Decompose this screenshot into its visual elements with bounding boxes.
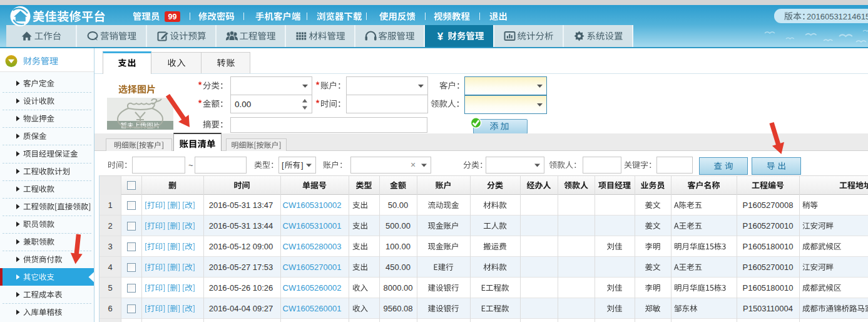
svg-text:]: ] (301, 160, 304, 170)
svg-text:P1605270010: P1605270010 (743, 221, 794, 231)
svg-text:6: 6 (108, 304, 112, 313)
svg-text:2: 2 (108, 221, 112, 231)
svg-text:1: 1 (108, 200, 112, 210)
svg-text:CW1605310002: CW1605310002 (283, 200, 342, 210)
svg-text:99: 99 (168, 13, 177, 21)
svg-text:100.00: 100.00 (385, 242, 411, 251)
svg-text:20160531214615: 20160531214615 (807, 12, 868, 21)
svg-text:2016-05-26 10:26: 2016-05-26 10:26 (209, 283, 273, 293)
svg-text:¥: ¥ (437, 31, 444, 43)
svg-text:CW1605260002: CW1605260002 (283, 283, 342, 293)
svg-text:P1605270010: P1605270010 (743, 262, 794, 272)
svg-text:8000.00: 8000.00 (384, 283, 413, 293)
svg-text:3: 3 (108, 242, 112, 251)
svg-text:2016-04-04 09:27: 2016-04-04 09:27 (209, 304, 273, 313)
svg-text:P1605270008: P1605270008 (743, 200, 794, 210)
svg-text:50.00: 50.00 (388, 200, 409, 210)
svg-text:2016-05-31 13:44: 2016-05-31 13:44 (209, 221, 273, 231)
svg-text:0.00: 0.00 (235, 100, 251, 109)
svg-text:2016-05-27 17:53: 2016-05-27 17:53 (209, 262, 273, 272)
svg-text:2016-05-31 13:47: 2016-05-31 13:47 (209, 200, 273, 210)
svg-text:450.00: 450.00 (385, 262, 411, 272)
svg-text:500.00: 500.00 (385, 221, 411, 231)
svg-text:P1503110004: P1503110004 (743, 304, 793, 313)
svg-text:CW1605310001: CW1605310001 (283, 221, 342, 231)
svg-text:9560.08: 9560.08 (384, 304, 413, 313)
svg-text:CW1605270001: CW1605270001 (283, 262, 342, 272)
svg-text:2016-05-12 09:00: 2016-05-12 09:00 (209, 242, 273, 251)
svg-text:P1605180010: P1605180010 (743, 242, 794, 251)
svg-text:5: 5 (108, 283, 112, 293)
svg-text:×: × (411, 160, 416, 170)
svg-text:P1605180010: P1605180010 (743, 283, 794, 293)
svg-text:~: ~ (188, 160, 193, 170)
svg-text:CW1605280003: CW1605280003 (283, 242, 342, 251)
svg-text:[: [ (282, 160, 284, 170)
svg-text:CW1605260001: CW1605260001 (283, 304, 342, 313)
svg-text:4: 4 (108, 262, 112, 272)
